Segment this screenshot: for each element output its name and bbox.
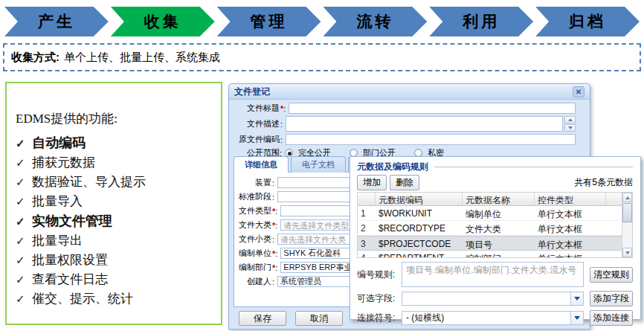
numbering-rule-row: 编号规则: 清空规则: [357, 262, 633, 287]
tab-detail-info[interactable]: 详细信息: [234, 156, 289, 173]
file-subcategory-label: 文件小类: [236, 234, 271, 245]
numbering-rule-label: 编号规则:: [357, 269, 402, 281]
feature-item: ✓数据验证、导入提示: [16, 173, 216, 192]
table-scrollbar[interactable]: [622, 192, 633, 258]
check-icon: ✓: [16, 270, 32, 289]
check-icon: ✓: [16, 192, 32, 211]
flow-step-flow: 流转: [323, 7, 427, 36]
slide-canvas: 产生 收集 管理 流转 利用 归档 收集方式: 单个上传、批量上传、系统集成 E…: [0, 0, 644, 331]
chevron-down-icon[interactable]: [570, 312, 583, 324]
table-row-selected[interactable]: 3 $PROJECTCODE 项目号 单行文本框: [358, 236, 622, 251]
cancel-button[interactable]: 取消: [295, 311, 343, 326]
file-title-label: 文件标题: [234, 103, 280, 114]
metadata-table: 元数据编码 元数据名称 控件类型 1 $WORKUNIT 编制单位 单行文本框 …: [357, 192, 633, 258]
feature-item: ✓自动编码: [16, 133, 216, 153]
compile-department-label: 编制部门: [236, 262, 271, 273]
add-metadata-button[interactable]: 增加: [357, 175, 387, 190]
dialog-top-fields: 文件标题*: 文件描述: 原文件编码: 公开范围:: [229, 100, 590, 158]
metadata-toolbar: 增加 删除 共有5条元数据: [357, 175, 633, 190]
features-box: EDMS提供的功能: ✓自动编码 ✓捕获元数据 ✓数据验证、导入提示 ✓批量导入…: [5, 82, 222, 325]
numbering-rule-textarea[interactable]: [402, 262, 584, 287]
metadata-rules-panel: 元数据及编码规则 增加 删除 共有5条元数据 元数据编码 元数据名称 控件类型 …: [350, 156, 641, 320]
clear-rule-button[interactable]: 清空规则: [590, 267, 633, 283]
compile-unit-label: 编制单位: [236, 248, 271, 259]
scroll-up-icon[interactable]: [564, 116, 576, 123]
flow-step-archive: 归档: [535, 7, 640, 36]
table-header: 元数据编码 元数据名称 控件类型: [358, 193, 622, 206]
collection-method-label: 收集方式:: [11, 51, 59, 65]
optional-field-label: 可选字段:: [357, 292, 402, 305]
description-scroll: [564, 116, 576, 132]
collection-method-note: 收集方式: 单个上传、批量上传、系统集成: [3, 43, 641, 71]
add-field-button[interactable]: 添加字段: [590, 291, 633, 306]
check-icon: ✓: [16, 173, 32, 192]
field-row-description: 文件描述:: [234, 116, 576, 132]
feature-item: ✓批量权限设置: [16, 251, 216, 270]
check-icon: ✓: [16, 231, 32, 251]
optional-field-select[interactable]: [402, 292, 584, 306]
scroll-down-icon[interactable]: [564, 124, 576, 132]
original-code-input[interactable]: [286, 134, 576, 145]
field-row-original-code: 原文件编码:: [234, 134, 576, 145]
file-description-label: 文件描述: [234, 118, 280, 129]
feature-item: ✓实物文件管理: [16, 211, 216, 231]
feature-item: ✓捕获元数据: [16, 153, 216, 173]
scrollbar-thumb[interactable]: [622, 203, 632, 222]
header-control-type: 控件类型: [535, 193, 606, 205]
table-row[interactable]: 4 $DEPARTMENT 编制部门 单行文本框: [358, 251, 622, 257]
collection-method-text: 单个上传、批量上传、系统集成: [64, 51, 220, 65]
tab-electronic-doc[interactable]: 电子文档: [291, 156, 346, 173]
field-row-title: 文件标题*:: [234, 103, 576, 114]
device-label: 装置: [236, 177, 271, 188]
close-icon[interactable]: ✕: [573, 86, 585, 97]
creator-label: 创建人: [236, 276, 271, 287]
header-row-number: [358, 193, 376, 205]
optional-field-row: 可选字段: 添加字段: [357, 291, 633, 306]
flow-step-manage: 管理: [217, 7, 321, 36]
connector-select[interactable]: - (短横线): [402, 311, 584, 325]
features-title: EDMS提供的功能:: [16, 110, 216, 127]
header-divider: [434, 167, 633, 167]
metadata-panel-header: 元数据及编码规则: [357, 161, 633, 173]
delete-metadata-button[interactable]: 删除: [390, 175, 419, 190]
scrollbar-down-icon[interactable]: [622, 248, 632, 257]
file-description-textarea[interactable]: [286, 116, 563, 132]
save-button[interactable]: 保存: [239, 311, 286, 326]
table-body: 1 $WORKUNIT 编制单位 单行文本框 2 $RECORDTYPE 文件大…: [358, 206, 622, 257]
check-icon: ✓: [16, 251, 32, 270]
flow-step-collect: 收集: [111, 7, 215, 36]
process-flow: 产生 收集 管理 流转 利用 归档: [4, 7, 640, 36]
flow-step-use: 利用: [429, 7, 533, 36]
check-icon: ✓: [16, 212, 32, 231]
dialog-title: 文件登记: [234, 86, 270, 98]
check-icon: ✓: [16, 134, 32, 153]
standard-phase-label: 标准阶段: [236, 191, 271, 202]
header-metadata-code: 元数据编码: [376, 193, 463, 205]
table-row[interactable]: 2 $RECORDTYPE 文件大类 单行文本框: [358, 221, 622, 236]
dialog-titlebar[interactable]: 文件登记 ✕: [229, 84, 590, 100]
connector-label: 连接符号:: [357, 312, 402, 324]
add-connector-button[interactable]: 添加连接: [590, 310, 633, 326]
file-category-label: 文件大类: [236, 219, 271, 231]
feature-item: ✓查看文件日志: [16, 270, 216, 289]
dialog-footer: 保存 取消: [239, 311, 343, 326]
chevron-down-icon[interactable]: [570, 292, 583, 305]
header-metadata-name: 元数据名称: [463, 193, 535, 205]
feature-item: ✓催交、提示、统计: [16, 289, 216, 309]
check-icon: ✓: [16, 289, 32, 309]
feature-item: ✓批量导入: [16, 192, 216, 211]
flow-step-produce: 产生: [4, 7, 109, 36]
metadata-count: 共有5条元数据: [574, 176, 633, 189]
table-row[interactable]: 1 $WORKUNIT 编制单位 单行文本框: [358, 206, 622, 221]
original-code-label: 原文件编码: [234, 134, 280, 145]
scrollbar-up-icon[interactable]: [622, 193, 632, 202]
check-icon: ✓: [16, 153, 32, 173]
metadata-panel-title: 元数据及编码规则: [357, 161, 428, 173]
file-title-input[interactable]: [289, 103, 576, 114]
connector-row: 连接符号: - (短横线) 添加连接: [357, 310, 633, 326]
feature-item: ✓批量导出: [16, 231, 216, 251]
file-type-label: 文件类型: [236, 205, 271, 216]
